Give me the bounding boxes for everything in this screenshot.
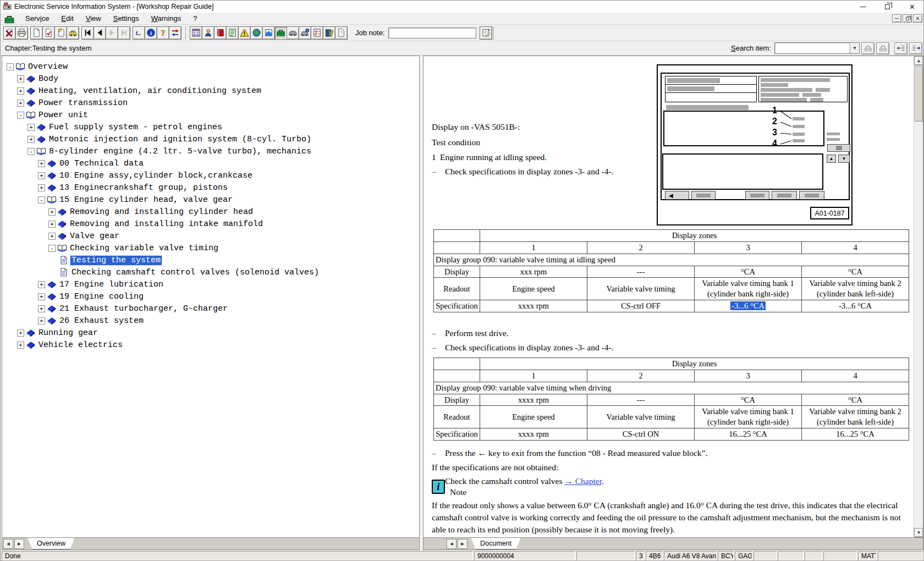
menu-service[interactable]: Service <box>19 13 55 24</box>
tree-item-label[interactable]: Overview <box>27 62 69 72</box>
tree-item[interactable]: +26 Exhaust system <box>2 315 419 327</box>
window-grid-icon[interactable] <box>190 26 202 40</box>
tab-overview[interactable]: Overview <box>28 538 75 549</box>
minimize-button[interactable] <box>850 1 875 13</box>
warning-icon[interactable] <box>238 26 251 40</box>
search-input[interactable] <box>775 43 850 53</box>
tree-item-label[interactable]: 8-cylinder engine (4.2 ltr. 5-valve turb… <box>48 147 312 156</box>
tree-item[interactable]: +Fuel supply system - petrol engines <box>2 121 419 133</box>
tree-item[interactable]: +Valve gear <box>2 230 419 242</box>
tree-collapse-icon[interactable]: - <box>7 63 14 70</box>
verify-document-icon[interactable] <box>42 26 55 40</box>
tree-item-label[interactable]: Fuel supply system - petrol engines <box>48 123 223 132</box>
tree-item-label[interactable]: 19 Engine cooling <box>58 292 145 301</box>
tree-item-label[interactable]: Power unit <box>37 111 89 120</box>
tree-item[interactable]: +Running gear <box>2 327 419 339</box>
properties-icon[interactable] <box>480 26 492 40</box>
tree-expand-icon[interactable]: + <box>38 172 45 179</box>
tree-item[interactable]: +Heating, ventilation, air conditioning … <box>2 85 419 97</box>
tree-item-label[interactable]: Removing and installing intake manifold <box>69 219 264 229</box>
tree-expand-icon[interactable]: + <box>17 75 24 82</box>
car-key-icon[interactable] <box>287 26 299 40</box>
info-icon[interactable]: i <box>145 26 157 40</box>
tab-next-icon[interactable]: ▶ <box>14 539 24 549</box>
tree-item[interactable]: Checking camshaft control valves (soleno… <box>2 266 419 278</box>
mdi-minimize-button[interactable] <box>892 14 901 23</box>
tree-expand-icon[interactable]: + <box>38 317 45 324</box>
search-combobox[interactable]: ▼ <box>774 42 860 54</box>
job-note-input[interactable] <box>388 28 476 38</box>
tree-item-label[interactable]: Heating, ventilation, air conditioning s… <box>37 86 262 96</box>
menu-help[interactable]: ? <box>187 13 203 24</box>
tree-item[interactable]: +00 Technical data <box>2 157 419 169</box>
mdi-restore-button[interactable] <box>903 14 912 23</box>
jump-to-icon[interactable]: t.. <box>133 26 145 40</box>
car-info-icon[interactable]: i <box>299 26 311 40</box>
tree-item-label[interactable]: Testing the system <box>70 256 162 265</box>
tree-expand-icon[interactable]: + <box>28 136 35 143</box>
toolbox-system-icon[interactable] <box>4 14 15 23</box>
chevron-down-icon[interactable]: ▼ <box>850 43 859 53</box>
tree-item-label[interactable]: 26 Exhaust system <box>58 316 145 326</box>
document-list-icon[interactable] <box>226 26 239 40</box>
tree-item[interactable]: -Power unit <box>2 109 419 121</box>
tree-item-label[interactable]: Body <box>37 74 59 84</box>
books-icon[interactable] <box>323 26 336 40</box>
exit-icon[interactable] <box>3 26 16 40</box>
close-button[interactable]: ✕ <box>900 1 924 13</box>
fill-color-icon[interactable] <box>262 26 275 40</box>
tree-item[interactable]: +21 Exhaust turbocharger, G-charger <box>2 302 419 315</box>
tree-expand-icon[interactable]: + <box>17 100 24 107</box>
tree-item-label[interactable]: Motronic injection and ignition system (… <box>48 135 312 144</box>
tree-item[interactable]: +Vehicle electrics <box>2 339 419 351</box>
tree-item-label[interactable]: Valve gear <box>69 232 120 241</box>
tree-expand-icon[interactable]: + <box>38 293 45 300</box>
user-icon[interactable] <box>202 26 215 40</box>
menu-view[interactable]: View <box>80 13 107 24</box>
tree-item[interactable]: +Motronic injection and ignition system … <box>2 133 419 145</box>
swap-icon[interactable] <box>169 26 182 40</box>
scrollbar-thumb[interactable] <box>915 67 923 122</box>
tree-item-label[interactable]: 10 Engine assy,cylinder block,crankcase <box>58 171 254 180</box>
nav-back-icon[interactable] <box>94 26 106 40</box>
tree-expand-icon[interactable]: + <box>17 87 24 95</box>
tree-item[interactable]: +Body <box>2 73 419 85</box>
tree-item-label[interactable]: 17 Engine lubrication <box>58 280 164 289</box>
tree-collapse-icon[interactable]: - <box>28 148 35 155</box>
tree-item[interactable]: -Overview <box>2 61 419 73</box>
menu-warnings[interactable]: Warnings <box>145 13 187 24</box>
tree-item[interactable]: -Checking variable valve timing <box>2 242 419 254</box>
tree-expand-icon[interactable]: + <box>38 160 45 167</box>
toolbox-icon[interactable] <box>274 26 287 40</box>
checklist-icon[interactable] <box>311 26 323 40</box>
tree-item-label[interactable]: 21 Exhaust turbocharger, G-charger <box>58 304 229 314</box>
tree-expand-icon[interactable]: + <box>28 124 35 131</box>
tab-prev-icon[interactable]: ◀ <box>3 539 13 549</box>
new-document-icon[interactable] <box>30 26 43 40</box>
tree-item-label[interactable]: Power transmission <box>37 98 129 108</box>
tree-item[interactable]: -15 Engine cylinder head, valve gear <box>2 194 419 206</box>
tree-item-label[interactable]: 13 Enginecrankshaft group, pistons <box>58 183 229 193</box>
vehicle-icon[interactable] <box>67 26 79 40</box>
scroll-up-icon[interactable]: ▲ <box>914 56 923 65</box>
tree-expand-icon[interactable]: + <box>38 281 45 288</box>
menu-settings[interactable]: Settings <box>107 13 145 24</box>
tree-expand-icon[interactable]: + <box>48 233 56 240</box>
tree-expand-icon[interactable]: + <box>17 342 24 349</box>
menu-edit[interactable]: Edit <box>55 13 79 24</box>
chapter-link[interactable]: → Chapter <box>564 476 602 486</box>
tree-item[interactable]: +Removing and installing intake manifold <box>2 218 419 230</box>
globe-icon[interactable] <box>250 26 263 40</box>
list-collapse-icon[interactable] <box>894 42 908 54</box>
tree-item[interactable]: -8-cylinder engine (4.2 ltr. 5-valve tur… <box>2 145 419 157</box>
help-icon[interactable]: ? <box>157 26 169 40</box>
print-icon[interactable] <box>15 26 28 40</box>
tree-expand-icon[interactable]: + <box>48 221 56 228</box>
tree-item[interactable]: +13 Enginecrankshaft group, pistons <box>2 182 419 194</box>
tree-collapse-icon[interactable]: - <box>17 112 24 119</box>
tab-document[interactable]: Document <box>471 538 521 549</box>
tree-item[interactable]: +Power transmission <box>2 97 419 109</box>
tree-item-label[interactable]: Checking variable valve timing <box>69 244 219 253</box>
tree-item[interactable]: +Removing and installing cylinder head <box>2 206 419 218</box>
tree-collapse-icon[interactable]: - <box>38 196 45 204</box>
